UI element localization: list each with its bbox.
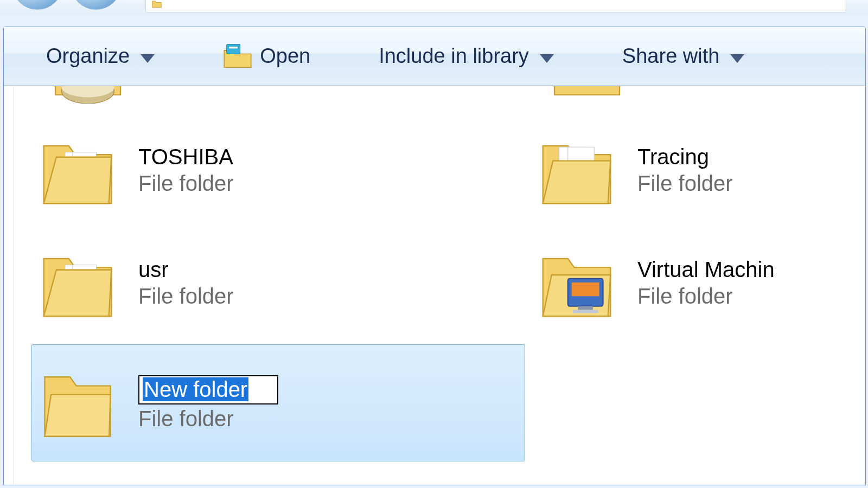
item-name: usr bbox=[138, 258, 234, 282]
include-in-library-button[interactable]: Include in library bbox=[373, 41, 559, 71]
forward-button[interactable] bbox=[71, 0, 122, 10]
open-label: Open bbox=[260, 44, 310, 68]
item-type: File folder bbox=[138, 171, 234, 196]
folder-plain-icon bbox=[40, 362, 116, 444]
folder-item[interactable]: usr File folder bbox=[31, 232, 525, 335]
item-type: File folder bbox=[138, 407, 278, 431]
rename-input[interactable]: New folder bbox=[138, 375, 278, 404]
folder-app-icon bbox=[539, 242, 615, 324]
chevron-down-icon bbox=[141, 54, 155, 63]
share-with-button[interactable]: Share with bbox=[617, 41, 750, 71]
svg-rect-11 bbox=[572, 282, 599, 296]
svg-rect-13 bbox=[573, 310, 598, 313]
content-pane[interactable]: TOSHIBA File folder Tracing File folde bbox=[13, 86, 865, 485]
item-name: TOSHIBA bbox=[138, 145, 234, 169]
item-type: File folder bbox=[637, 284, 775, 309]
breadcrumb-nav-fragment bbox=[0, 0, 868, 16]
back-button[interactable] bbox=[12, 0, 63, 10]
item-name: Tracing bbox=[637, 145, 733, 169]
organize-button[interactable]: Organize bbox=[41, 41, 160, 71]
folder-item-selected[interactable]: New folder File folder bbox=[31, 344, 525, 461]
include-label: Include in library bbox=[379, 44, 529, 68]
item-type: File folder bbox=[637, 171, 733, 196]
svg-rect-0 bbox=[227, 44, 240, 54]
explorer-window: Organize Open Include in library Share w… bbox=[3, 27, 866, 485]
share-label: Share with bbox=[622, 44, 720, 68]
svg-rect-12 bbox=[578, 306, 593, 310]
open-button[interactable]: Open bbox=[218, 40, 316, 73]
folder-icon bbox=[549, 86, 625, 104]
chevron-down-icon bbox=[540, 54, 554, 63]
svg-rect-1 bbox=[229, 47, 238, 48]
organize-label: Organize bbox=[46, 44, 130, 68]
command-bar: Organize Open Include in library Share w… bbox=[4, 27, 865, 86]
item-type: File folder bbox=[138, 284, 234, 309]
item-name: Virtual Machin bbox=[637, 258, 775, 282]
folder-item[interactable]: Virtual Machin File folder bbox=[531, 232, 865, 335]
partial-row bbox=[26, 86, 865, 106]
rename-value: New folder bbox=[143, 377, 248, 401]
folder-docs-icon bbox=[40, 130, 116, 211]
chevron-down-icon bbox=[730, 54, 744, 63]
folder-drive-icon bbox=[50, 86, 126, 104]
address-bar[interactable] bbox=[145, 0, 846, 12]
open-folder-icon bbox=[223, 43, 252, 70]
folder-icon bbox=[151, 0, 162, 9]
folder-item[interactable]: TOSHIBA File folder bbox=[31, 119, 525, 222]
folder-paper-icon bbox=[539, 130, 615, 211]
folder-item[interactable]: Tracing File folder bbox=[531, 119, 865, 222]
folder-docs-icon bbox=[40, 242, 116, 324]
